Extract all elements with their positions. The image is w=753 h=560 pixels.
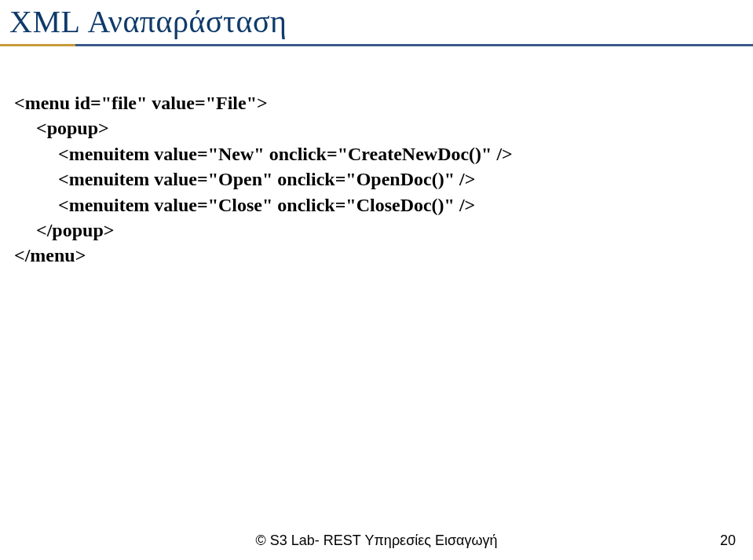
title-underline-gold xyxy=(0,44,75,46)
code-line: <menu id="file" value="File"> xyxy=(14,90,513,115)
code-line: <menuitem value="Open" onclick="OpenDoc(… xyxy=(14,167,513,192)
slide-title: XML Αναπαράσταση xyxy=(0,0,753,40)
code-line: <menuitem value="New" onclick="CreateNew… xyxy=(14,141,513,167)
code-line: </menu> xyxy=(14,243,513,268)
code-line: <menuitem value="Close" onclick="CloseDo… xyxy=(14,192,513,218)
code-line: <popup> xyxy=(14,115,513,141)
code-line: </popup> xyxy=(14,218,513,243)
title-underline-blue xyxy=(0,44,753,46)
page-number: 20 xyxy=(720,533,736,549)
code-block: <menu id="file" value="File"> <popup> <m… xyxy=(14,90,513,269)
footer-text: © S3 Lab- REST Υπηρεσίες Εισαγωγή xyxy=(0,533,753,549)
